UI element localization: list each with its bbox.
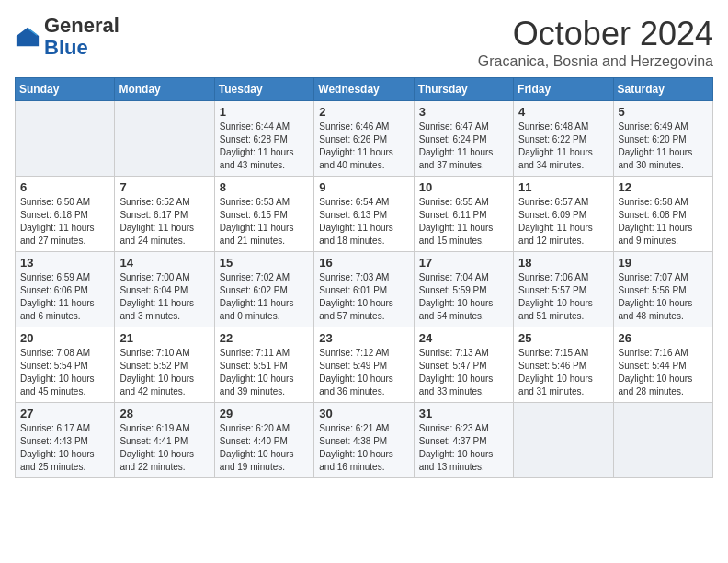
calendar-cell: 23Sunrise: 7:12 AMSunset: 5:49 PMDayligh… bbox=[314, 327, 414, 403]
day-number: 1 bbox=[220, 105, 309, 119]
location-subtitle: Gracanica, Bosnia and Herzegovina bbox=[478, 53, 713, 70]
cell-content: Sunrise: 7:02 AMSunset: 6:02 PMDaylight:… bbox=[220, 271, 309, 323]
day-number: 11 bbox=[518, 180, 608, 194]
calendar-cell: 12Sunrise: 6:58 AMSunset: 6:08 PMDayligh… bbox=[613, 177, 712, 252]
day-number: 5 bbox=[619, 105, 708, 119]
day-number: 26 bbox=[619, 331, 708, 345]
cell-content: Sunrise: 6:54 AMSunset: 6:13 PMDaylight:… bbox=[319, 196, 408, 247]
calendar-cell: 30Sunrise: 6:21 AMSunset: 4:38 PMDayligh… bbox=[314, 403, 414, 478]
day-number: 22 bbox=[220, 331, 309, 345]
svg-marker-0 bbox=[17, 28, 39, 47]
calendar-header-row: SundayMondayTuesdayWednesdayThursdayFrid… bbox=[16, 78, 713, 101]
calendar-cell: 4Sunrise: 6:48 AMSunset: 6:22 PMDaylight… bbox=[514, 101, 613, 177]
calendar-cell: 24Sunrise: 7:13 AMSunset: 5:47 PMDayligh… bbox=[414, 327, 513, 403]
day-number: 3 bbox=[419, 105, 508, 119]
calendar-cell: 9Sunrise: 6:54 AMSunset: 6:13 PMDaylight… bbox=[314, 177, 414, 252]
calendar-cell: 26Sunrise: 7:16 AMSunset: 5:44 PMDayligh… bbox=[613, 327, 712, 403]
cell-content: Sunrise: 6:57 AMSunset: 6:09 PMDaylight:… bbox=[518, 196, 608, 247]
cell-content: Sunrise: 6:23 AMSunset: 4:37 PMDaylight:… bbox=[419, 422, 508, 474]
day-number: 31 bbox=[419, 407, 508, 420]
day-number: 28 bbox=[119, 407, 209, 420]
calendar-week-row: 6Sunrise: 6:50 AMSunset: 6:18 PMDaylight… bbox=[16, 177, 713, 252]
calendar-cell: 6Sunrise: 6:50 AMSunset: 6:18 PMDaylight… bbox=[16, 177, 115, 252]
calendar-cell bbox=[16, 101, 115, 177]
header-tuesday: Tuesday bbox=[214, 78, 313, 101]
calendar-cell bbox=[514, 403, 613, 478]
calendar-cell bbox=[115, 101, 214, 177]
calendar-cell: 14Sunrise: 7:00 AMSunset: 6:04 PMDayligh… bbox=[115, 252, 214, 327]
page-header: General Blue October 2024 Gracanica, Bos… bbox=[15, 15, 713, 70]
calendar-cell: 5Sunrise: 6:49 AMSunset: 6:20 PMDaylight… bbox=[613, 101, 712, 177]
cell-content: Sunrise: 6:19 AMSunset: 4:41 PMDaylight:… bbox=[119, 422, 209, 474]
cell-content: Sunrise: 7:13 AMSunset: 5:47 PMDaylight:… bbox=[419, 347, 508, 398]
calendar-cell: 1Sunrise: 6:44 AMSunset: 6:28 PMDaylight… bbox=[214, 101, 313, 177]
calendar-cell: 29Sunrise: 6:20 AMSunset: 4:40 PMDayligh… bbox=[214, 403, 313, 478]
calendar-cell: 25Sunrise: 7:15 AMSunset: 5:46 PMDayligh… bbox=[514, 327, 613, 403]
day-number: 30 bbox=[319, 407, 408, 420]
day-number: 16 bbox=[319, 256, 408, 270]
logo-text: General Blue bbox=[44, 14, 119, 59]
cell-content: Sunrise: 7:16 AMSunset: 5:44 PMDaylight:… bbox=[619, 347, 708, 398]
day-number: 7 bbox=[119, 180, 209, 194]
day-number: 20 bbox=[20, 331, 109, 345]
calendar-cell: 10Sunrise: 6:55 AMSunset: 6:11 PMDayligh… bbox=[414, 177, 513, 252]
title-block: October 2024 Gracanica, Bosnia and Herze… bbox=[478, 15, 713, 70]
cell-content: Sunrise: 6:58 AMSunset: 6:08 PMDaylight:… bbox=[619, 196, 708, 247]
cell-content: Sunrise: 6:46 AMSunset: 6:26 PMDaylight:… bbox=[319, 121, 408, 172]
calendar-table: SundayMondayTuesdayWednesdayThursdayFrid… bbox=[15, 77, 713, 478]
calendar-week-row: 27Sunrise: 6:17 AMSunset: 4:43 PMDayligh… bbox=[16, 403, 713, 478]
cell-content: Sunrise: 6:50 AMSunset: 6:18 PMDaylight:… bbox=[20, 196, 109, 247]
cell-content: Sunrise: 7:03 AMSunset: 6:01 PMDaylight:… bbox=[319, 271, 408, 323]
day-number: 18 bbox=[518, 256, 608, 270]
day-number: 13 bbox=[20, 256, 109, 270]
cell-content: Sunrise: 6:17 AMSunset: 4:43 PMDaylight:… bbox=[20, 422, 109, 474]
day-number: 19 bbox=[619, 256, 708, 270]
month-title: October 2024 bbox=[478, 15, 713, 53]
header-thursday: Thursday bbox=[414, 78, 513, 101]
calendar-cell bbox=[613, 403, 712, 478]
header-saturday: Saturday bbox=[613, 78, 712, 101]
day-number: 14 bbox=[119, 256, 209, 270]
day-number: 15 bbox=[220, 256, 309, 270]
calendar-cell: 28Sunrise: 6:19 AMSunset: 4:41 PMDayligh… bbox=[115, 403, 214, 478]
calendar-cell: 22Sunrise: 7:11 AMSunset: 5:51 PMDayligh… bbox=[214, 327, 313, 403]
calendar-week-row: 20Sunrise: 7:08 AMSunset: 5:54 PMDayligh… bbox=[16, 327, 713, 403]
cell-content: Sunrise: 6:48 AMSunset: 6:22 PMDaylight:… bbox=[518, 121, 608, 172]
day-number: 21 bbox=[119, 331, 209, 345]
calendar-cell: 31Sunrise: 6:23 AMSunset: 4:37 PMDayligh… bbox=[414, 403, 513, 478]
cell-content: Sunrise: 6:53 AMSunset: 6:15 PMDaylight:… bbox=[220, 196, 309, 247]
cell-content: Sunrise: 6:55 AMSunset: 6:11 PMDaylight:… bbox=[419, 196, 508, 247]
cell-content: Sunrise: 7:12 AMSunset: 5:49 PMDaylight:… bbox=[319, 347, 408, 398]
calendar-cell: 7Sunrise: 6:52 AMSunset: 6:17 PMDaylight… bbox=[115, 177, 214, 252]
cell-content: Sunrise: 6:44 AMSunset: 6:28 PMDaylight:… bbox=[220, 121, 309, 172]
day-number: 29 bbox=[220, 407, 309, 420]
calendar-cell: 3Sunrise: 6:47 AMSunset: 6:24 PMDaylight… bbox=[414, 101, 513, 177]
day-number: 4 bbox=[518, 105, 608, 119]
cell-content: Sunrise: 6:52 AMSunset: 6:17 PMDaylight:… bbox=[119, 196, 209, 247]
calendar-cell: 18Sunrise: 7:06 AMSunset: 5:57 PMDayligh… bbox=[514, 252, 613, 327]
cell-content: Sunrise: 7:00 AMSunset: 6:04 PMDaylight:… bbox=[119, 271, 209, 323]
cell-content: Sunrise: 6:49 AMSunset: 6:20 PMDaylight:… bbox=[619, 121, 708, 172]
header-sunday: Sunday bbox=[16, 78, 115, 101]
calendar-cell: 27Sunrise: 6:17 AMSunset: 4:43 PMDayligh… bbox=[16, 403, 115, 478]
calendar-week-row: 1Sunrise: 6:44 AMSunset: 6:28 PMDaylight… bbox=[16, 101, 713, 177]
day-number: 24 bbox=[419, 331, 508, 345]
calendar-cell: 19Sunrise: 7:07 AMSunset: 5:56 PMDayligh… bbox=[613, 252, 712, 327]
cell-content: Sunrise: 7:04 AMSunset: 5:59 PMDaylight:… bbox=[419, 271, 508, 323]
day-number: 8 bbox=[220, 180, 309, 194]
day-number: 27 bbox=[20, 407, 109, 420]
day-number: 17 bbox=[419, 256, 508, 270]
day-number: 9 bbox=[319, 180, 408, 194]
calendar-cell: 17Sunrise: 7:04 AMSunset: 5:59 PMDayligh… bbox=[414, 252, 513, 327]
header-wednesday: Wednesday bbox=[314, 78, 414, 101]
day-number: 12 bbox=[619, 180, 708, 194]
calendar-cell: 16Sunrise: 7:03 AMSunset: 6:01 PMDayligh… bbox=[314, 252, 414, 327]
cell-content: Sunrise: 6:21 AMSunset: 4:38 PMDaylight:… bbox=[319, 422, 408, 474]
day-number: 10 bbox=[419, 180, 508, 194]
day-number: 6 bbox=[20, 180, 109, 194]
header-friday: Friday bbox=[514, 78, 613, 101]
calendar-week-row: 13Sunrise: 6:59 AMSunset: 6:06 PMDayligh… bbox=[16, 252, 713, 327]
cell-content: Sunrise: 6:59 AMSunset: 6:06 PMDaylight:… bbox=[20, 271, 109, 323]
calendar-cell: 20Sunrise: 7:08 AMSunset: 5:54 PMDayligh… bbox=[16, 327, 115, 403]
calendar-cell: 15Sunrise: 7:02 AMSunset: 6:02 PMDayligh… bbox=[214, 252, 313, 327]
